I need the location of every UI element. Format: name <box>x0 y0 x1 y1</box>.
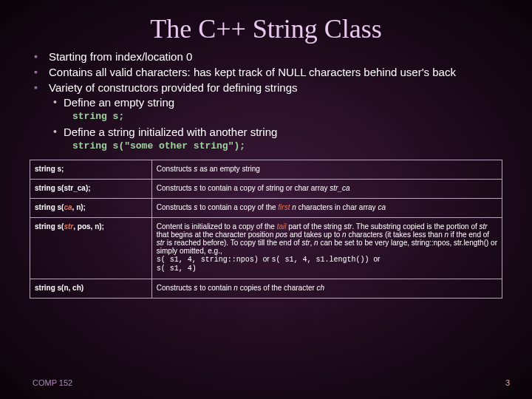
ctor-syntax: string s(ca, n); <box>30 199 152 218</box>
table-row: string s; Constructs s as an empty strin… <box>30 160 502 180</box>
code-line: string s; <box>38 111 505 123</box>
table-row: string s(str_ca); Constructs s to contai… <box>30 180 502 199</box>
bullet-list: Starting from index/location 0 Contains … <box>0 50 532 152</box>
ctor-syntax: string s(str_ca); <box>30 180 152 199</box>
sub-bullet-item: Define an empty string <box>38 96 505 110</box>
slide-number: 3 <box>505 378 510 387</box>
ctor-syntax: string s(n, ch) <box>30 279 152 299</box>
ctor-desc: Constructs s to contain a copy of string… <box>151 180 502 199</box>
table-row: string s(str, pos, n); Content is initia… <box>30 218 502 279</box>
table-row: string s(n, ch) Constructs s to contain … <box>30 279 502 299</box>
slide-title: The C++ String Class <box>0 0 532 50</box>
ctor-syntax: string s; <box>30 160 152 180</box>
bullet-item: Starting from index/location 0 <box>38 50 505 64</box>
sub-bullet-item: Define a string initialized with another… <box>38 126 505 140</box>
ctor-desc: Content is initialized to a copy of the … <box>151 218 502 279</box>
ctor-syntax: string s(str, pos, n); <box>30 218 152 279</box>
ctor-desc: Constructs s to contain a copy of the fi… <box>151 199 502 218</box>
bullet-item: Contains all valid characters: has kept … <box>38 66 505 80</box>
ctor-desc: Constructs s as an empty string <box>151 160 502 180</box>
footer-course: COMP 152 <box>33 378 72 387</box>
bullet-item: Variety of constructors provided for def… <box>38 81 505 95</box>
table-row: string s(ca, n); Constructs s to contain… <box>30 199 502 218</box>
constructor-table: string s; Constructs s as an empty strin… <box>30 160 502 299</box>
ctor-desc: Constructs s to contain n copies of the … <box>151 279 502 299</box>
code-line: string s("some other string"); <box>38 140 505 152</box>
